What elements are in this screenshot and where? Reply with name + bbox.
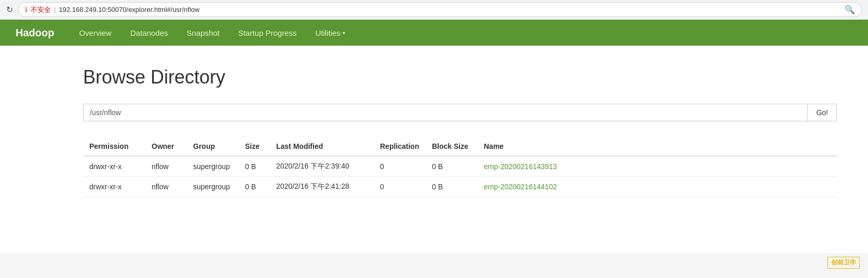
url-separator: | — [54, 6, 56, 13]
directory-input-row: Go! — [83, 104, 837, 121]
security-label: 不安全 — [31, 5, 51, 15]
cell-permission: drwxr-xr-x — [83, 177, 145, 197]
cell-block-size: 0 B — [426, 177, 478, 197]
security-icon: ℹ — [25, 6, 28, 13]
search-icon[interactable]: 🔍 — [845, 5, 855, 15]
col-header-replication: Replication — [374, 137, 426, 156]
cell-group: supergroup — [187, 156, 239, 177]
nav-item-startup-progress[interactable]: Startup Progress — [229, 20, 306, 46]
cell-last-modified: 2020/2/16 下午2:39:40 — [270, 156, 374, 177]
nav-item-snapshot[interactable]: Snapshot — [178, 20, 229, 46]
nav-item-overview[interactable]: Overview — [70, 20, 121, 46]
go-button[interactable]: Go! — [808, 104, 837, 121]
file-link[interactable]: emp-20200216144102 — [484, 183, 557, 191]
nav-item-utilities[interactable]: Utilities ▾ — [306, 20, 354, 46]
chevron-down-icon: ▾ — [343, 30, 345, 36]
file-link[interactable]: emp-20200216143913 — [484, 162, 557, 171]
col-header-block-size: Block Size — [426, 137, 478, 156]
cell-owner: nflow — [145, 156, 187, 177]
directory-input[interactable] — [83, 104, 808, 121]
browser-chrome: ↻ ℹ 不安全 | 192.168.249.10:50070/explorer.… — [0, 0, 868, 20]
cell-owner: nflow — [145, 177, 187, 197]
url-text: 192.168.249.10:50070/explorer.html#/usr/… — [59, 6, 199, 13]
cell-replication: 0 — [374, 156, 426, 177]
cell-name[interactable]: emp-20200216143913 — [478, 156, 837, 177]
col-header-owner: Owner — [145, 137, 187, 156]
navbar-brand[interactable]: Hadoop — [10, 27, 59, 39]
url-bar[interactable]: ℹ 不安全 | 192.168.249.10:50070/explorer.ht… — [18, 2, 862, 17]
cell-last-modified: 2020/2/16 下午2:41:28 — [270, 177, 374, 197]
table-header-row: Permission Owner Group Size Last Modifie… — [83, 137, 837, 156]
reload-button[interactable]: ↻ — [6, 5, 13, 15]
cell-size: 0 B — [239, 177, 270, 197]
col-header-group: Group — [187, 137, 239, 156]
main-content: Browse Directory Go! Permission Owner Gr… — [0, 46, 868, 253]
watermark-bar: 创前卫学 — [0, 253, 868, 272]
cell-block-size: 0 B — [426, 156, 478, 177]
table-row: drwxr-xr-x nflow supergroup 0 B 2020/2/1… — [83, 177, 837, 197]
nav-item-datanodes[interactable]: Datanodes — [121, 20, 178, 46]
col-header-permission: Permission — [83, 137, 145, 156]
cell-name[interactable]: emp-20200216144102 — [478, 177, 837, 197]
directory-table: Permission Owner Group Size Last Modifie… — [83, 137, 837, 197]
table-row: drwxr-xr-x nflow supergroup 0 B 2020/2/1… — [83, 156, 837, 177]
cell-size: 0 B — [239, 156, 270, 177]
col-header-size: Size — [239, 137, 270, 156]
watermark-text: 创前卫学 — [828, 257, 860, 269]
cell-replication: 0 — [374, 177, 426, 197]
page-title: Browse Directory — [83, 66, 837, 88]
navbar: Hadoop Overview Datanodes Snapshot Start… — [0, 20, 868, 46]
col-header-last-modified: Last Modified — [270, 137, 374, 156]
utilities-label: Utilities — [315, 29, 340, 37]
col-header-name: Name — [478, 137, 837, 156]
cell-group: supergroup — [187, 177, 239, 197]
cell-permission: drwxr-xr-x — [83, 156, 145, 177]
